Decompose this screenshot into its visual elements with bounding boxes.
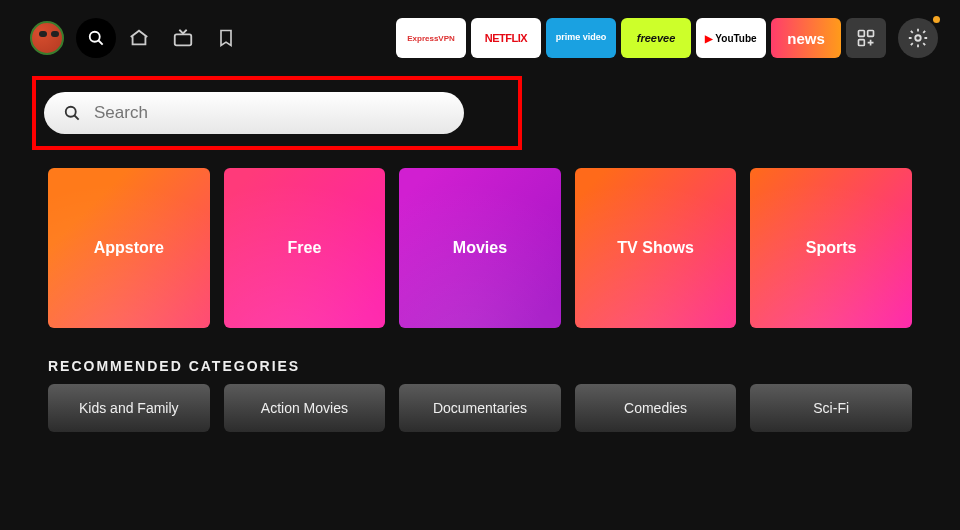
tv-icon[interactable]	[172, 27, 194, 49]
app-tile-expressvpn[interactable]: ExpressVPN	[396, 18, 466, 58]
nav-icons	[128, 27, 236, 49]
bookmark-icon[interactable]	[216, 27, 236, 49]
play-icon: ▶	[705, 33, 713, 44]
svg-point-0	[90, 32, 100, 42]
section-title-recommended: RECOMMENDED CATEGORIES	[0, 328, 960, 384]
svg-rect-3	[859, 31, 865, 37]
top-nav: ExpressVPN NETFLIX prime video freevee ▶…	[0, 0, 960, 66]
svg-line-10	[75, 116, 79, 120]
recommended-label: Comedies	[624, 400, 687, 416]
apps-grid-button[interactable]	[846, 18, 886, 58]
search-icon	[86, 28, 106, 48]
app-label: ExpressVPN	[407, 34, 455, 43]
svg-rect-2	[175, 34, 192, 45]
svg-point-8	[915, 35, 921, 41]
app-tile-prime-video[interactable]: prime video	[546, 18, 616, 58]
search-icon	[62, 103, 82, 123]
hero-label: TV Shows	[617, 239, 693, 257]
app-label: NETFLIX	[485, 32, 527, 44]
app-label: prime video	[556, 33, 607, 43]
svg-rect-4	[868, 31, 874, 37]
hero-card-movies[interactable]: Movies	[399, 168, 561, 328]
search-button[interactable]	[76, 18, 116, 58]
app-shortcuts: ExpressVPN NETFLIX prime video freevee ▶…	[396, 18, 886, 58]
hero-card-appstore[interactable]: Appstore	[48, 168, 210, 328]
app-tile-netflix[interactable]: NETFLIX	[471, 18, 541, 58]
recommended-label: Documentaries	[433, 400, 527, 416]
recommended-card[interactable]: Sci-Fi	[750, 384, 912, 432]
search-highlight	[32, 76, 522, 150]
hero-label: Free	[287, 239, 321, 257]
app-label: freevee	[637, 32, 676, 44]
home-icon[interactable]	[128, 27, 150, 49]
svg-rect-5	[859, 40, 865, 46]
recommended-label: Kids and Family	[79, 400, 179, 416]
recommended-label: Action Movies	[261, 400, 348, 416]
profile-avatar[interactable]	[30, 21, 64, 55]
gear-icon	[907, 27, 929, 49]
svg-line-1	[99, 41, 103, 45]
app-label: YouTube	[715, 33, 756, 44]
settings-button[interactable]	[898, 18, 938, 58]
hero-label: Appstore	[94, 239, 164, 257]
app-tile-news[interactable]: news	[771, 18, 841, 58]
recommended-card[interactable]: Documentaries	[399, 384, 561, 432]
recommended-label: Sci-Fi	[813, 400, 849, 416]
hero-label: Sports	[806, 239, 857, 257]
search-pill[interactable]	[44, 92, 464, 134]
search-input[interactable]	[94, 103, 446, 123]
hero-card-free[interactable]: Free	[224, 168, 386, 328]
hero-label: Movies	[453, 239, 507, 257]
app-label: news	[787, 30, 825, 47]
svg-point-9	[66, 107, 76, 117]
hero-card-sports[interactable]: Sports	[750, 168, 912, 328]
apps-grid-icon	[856, 28, 876, 48]
app-tile-youtube[interactable]: ▶YouTube	[696, 18, 766, 58]
recommended-row: Kids and Family Action Movies Documentar…	[0, 384, 960, 452]
recommended-card[interactable]: Kids and Family	[48, 384, 210, 432]
app-tile-freevee[interactable]: freevee	[621, 18, 691, 58]
hero-card-tvshows[interactable]: TV Shows	[575, 168, 737, 328]
hero-categories: Appstore Free Movies TV Shows Sports	[0, 154, 960, 328]
recommended-card[interactable]: Comedies	[575, 384, 737, 432]
recommended-card[interactable]: Action Movies	[224, 384, 386, 432]
